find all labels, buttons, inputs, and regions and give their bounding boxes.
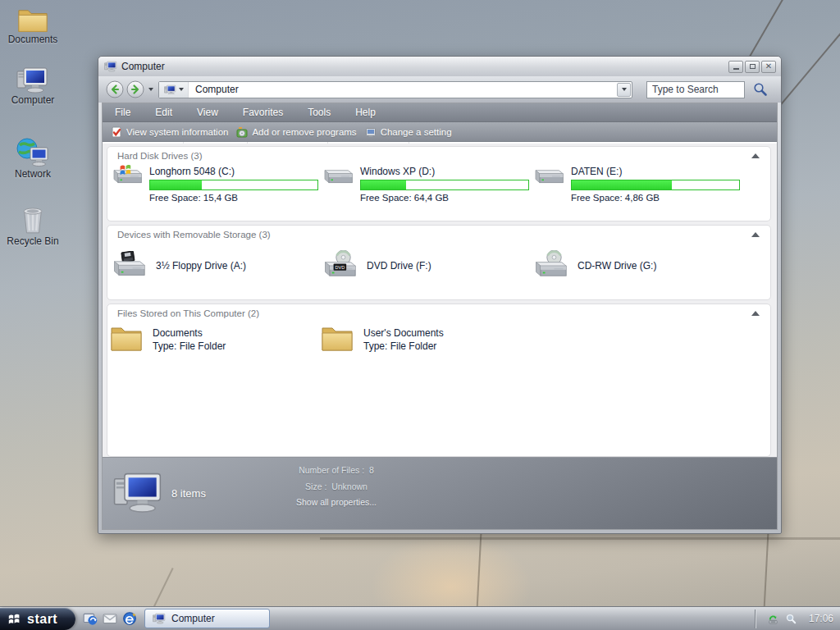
cd-rw-drive-icon — [532, 250, 568, 282]
forward-button[interactable] — [126, 80, 144, 98]
system-information-icon — [111, 126, 122, 138]
menu-favorites[interactable]: Favorites — [231, 107, 295, 118]
quicklaunch-launch-internet-icon[interactable] — [83, 611, 98, 626]
titlebar[interactable]: Computer ✕ — [98, 57, 781, 76]
safely-remove-hardware-icon[interactable] — [767, 613, 779, 625]
hard-drive-icon — [532, 165, 564, 203]
view-system-information-button[interactable]: View system information — [108, 126, 231, 138]
toolbar-label: Add or remove programs — [252, 127, 356, 137]
device-name: CD-RW Drive (G:) — [578, 260, 656, 272]
status-bar: 8 items Number of Files : 8 Size : Unkno… — [103, 457, 777, 529]
folder-item-documents[interactable]: Documents Type: File Folder — [107, 322, 318, 353]
back-button[interactable] — [106, 80, 124, 98]
dvd-label: DVD — [336, 265, 345, 270]
recycle-bin-icon — [20, 205, 46, 235]
collapse-group-icon[interactable] — [751, 232, 760, 237]
change-setting-icon — [365, 126, 377, 138]
device-item-floppy[interactable]: 3½ Floppy Drive (A:) — [107, 244, 318, 288]
folder-icon — [321, 324, 354, 352]
desktop-icon-network[interactable]: Network — [2, 138, 64, 180]
navigation-bar: Computer — [98, 76, 781, 103]
drive-item-e[interactable]: DATEN (E:) Free Space: 4,86 GB — [529, 165, 740, 203]
drive-item-c[interactable]: Longhorn 5048 (C:) Free Space: 15,4 GB — [107, 165, 318, 203]
start-button[interactable]: start — [0, 608, 75, 630]
hard-drive-icon — [321, 165, 354, 203]
close-button[interactable]: ✕ — [761, 61, 776, 73]
status-size: Size : Unknown — [226, 481, 447, 492]
desktop-icon-label: Recycle Bin — [2, 236, 64, 247]
items-count: 8 items — [171, 487, 206, 500]
dvd-drive-icon: DVD — [321, 250, 357, 282]
minimize-button[interactable] — [728, 61, 743, 73]
hard-drive-windows-icon — [110, 165, 143, 203]
device-item-cdrw[interactable]: CD-RW Drive (G:) — [529, 244, 740, 288]
menu-help[interactable]: Help — [343, 107, 388, 118]
address-computer-icon — [164, 84, 176, 95]
folder-icon — [110, 324, 143, 352]
status-separator: : — [362, 465, 364, 475]
free-space-bar-fill — [361, 180, 406, 189]
folder-item-users-documents[interactable]: User's Documents Type: File Folder — [318, 322, 529, 353]
desktop-icon-recycle-bin[interactable]: Recycle Bin — [2, 205, 64, 247]
folder-type: Type: File Folder — [153, 340, 226, 353]
folder-icon — [17, 7, 48, 33]
window-title: Computer — [121, 61, 728, 72]
quicklaunch-internet-explorer-icon[interactable] — [122, 611, 137, 626]
desktop-icon-label: Network — [2, 169, 64, 180]
free-space-bar — [360, 180, 529, 190]
drive-name: Windows XP (D:) — [360, 166, 529, 178]
task-toolbar: View system information Add or remove pr… — [103, 122, 777, 142]
desktop-icon-label: Documents — [2, 34, 64, 45]
menu-tools[interactable]: Tools — [295, 107, 343, 118]
address-icon-button[interactable] — [159, 82, 189, 98]
search-icon[interactable] — [753, 82, 768, 97]
device-name: 3½ Floppy Drive (A:) — [156, 260, 246, 272]
close-icon: ✕ — [765, 62, 772, 71]
add-remove-programs-button[interactable]: Add or remove programs — [234, 126, 358, 138]
bg-reflection-line — [477, 533, 482, 609]
address-dropdown-button[interactable] — [617, 83, 631, 97]
maximize-icon — [750, 64, 756, 69]
desktop-icon-documents[interactable]: Documents — [2, 7, 64, 45]
computer-icon — [113, 470, 164, 514]
drive-free-space: Free Space: 4,86 GB — [571, 193, 740, 203]
status-value: Unknown — [331, 482, 368, 491]
chevron-down-icon — [622, 88, 627, 91]
task-button-label: Computer — [171, 613, 215, 624]
drive-item-d[interactable]: Windows XP (D:) Free Space: 64,4 GB — [318, 165, 529, 203]
group-hard-disk-drives: Hard Disk Drives (3) Longhorn 5048 (C:) … — [107, 146, 771, 221]
minimize-icon — [733, 68, 739, 70]
window-computer-icon — [104, 61, 117, 72]
group-title: Hard Disk Drives (3) — [117, 151, 203, 161]
collapse-group-icon[interactable] — [751, 153, 760, 158]
desktop-icon-computer[interactable]: Computer — [2, 66, 64, 106]
drive-free-space: Free Space: 15,4 GB — [149, 193, 318, 203]
network-icon — [16, 138, 49, 167]
status-separator: : — [324, 482, 326, 491]
floppy-drive-icon — [110, 251, 146, 281]
taskbar: start Computer 17:06 — [0, 606, 840, 630]
menu-bar: File Edit View Favorites Tools Help — [103, 103, 777, 122]
tray-search-icon[interactable] — [785, 613, 797, 625]
group-title: Files Stored on This Computer (2) — [117, 308, 259, 318]
drive-name: DATEN (E:) — [571, 166, 740, 178]
maximize-button[interactable] — [745, 61, 760, 73]
folder-name: Documents — [153, 326, 226, 340]
tray-separator — [755, 609, 756, 628]
menu-file[interactable]: File — [103, 107, 143, 118]
menu-view[interactable]: View — [185, 107, 231, 118]
history-dropdown-icon[interactable] — [148, 88, 153, 91]
device-item-dvd[interactable]: DVD DVD Drive (F:) — [318, 244, 529, 288]
bg-reflection-line — [764, 533, 769, 609]
search-input[interactable] — [646, 81, 745, 98]
task-button-computer[interactable]: Computer — [144, 609, 270, 628]
toolbar-label: Change a setting — [381, 127, 452, 137]
group-removable-storage: Devices with Removable Storage (3) 3½ Fl… — [107, 225, 771, 300]
collapse-group-icon[interactable] — [751, 311, 760, 316]
address-bar[interactable]: Computer — [158, 81, 632, 98]
quicklaunch-email-icon[interactable] — [103, 611, 117, 626]
change-setting-button[interactable]: Change a setting — [363, 126, 454, 138]
folder-name: User's Documents — [363, 326, 444, 340]
show-all-properties-link[interactable]: Show all properties... — [226, 497, 447, 507]
menu-edit[interactable]: Edit — [143, 107, 185, 118]
